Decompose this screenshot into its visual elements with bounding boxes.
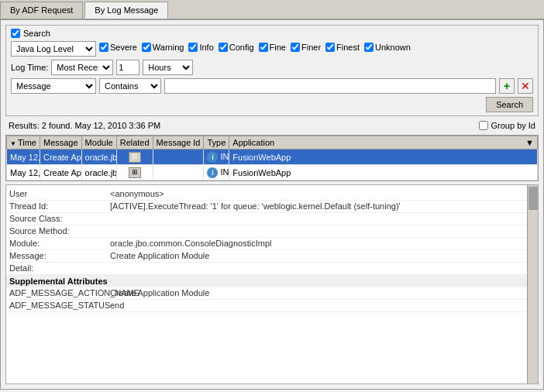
remove-filter-button[interactable]: ✕ (518, 78, 533, 94)
detail-source-method-row: Source Method: (6, 225, 538, 238)
finest-checkbox-label[interactable]: Finest (325, 43, 360, 52)
group-by-row: Group by Id (479, 121, 535, 130)
severe-checkbox[interactable] (99, 43, 108, 52)
col-message[interactable]: Message (40, 136, 81, 150)
info-icon: i (207, 167, 218, 178)
detail-thread-value: [ACTIVE].ExecuteThread: '1' for queue: '… (110, 201, 535, 211)
log-time-label: Log Time: (11, 63, 48, 72)
detail-source-method-value (110, 226, 535, 236)
cell-type: iINFO (204, 150, 229, 165)
config-checkbox-label[interactable]: Config (219, 43, 254, 52)
warning-checkbox[interactable] (142, 43, 151, 52)
finest-checkbox[interactable] (325, 43, 335, 52)
unknown-checkbox-label[interactable]: Unknown (364, 43, 411, 52)
detail-detail-value (110, 263, 535, 273)
log-level-row: Java Log Level Severe Warning Info Confi… (11, 41, 533, 57)
cell-time: May 12, 2010 2:5... (7, 165, 40, 181)
group-by-checkbox[interactable] (479, 121, 488, 130)
detail-source-class-label: Source Class: (9, 214, 110, 224)
fine-checkbox[interactable] (259, 43, 268, 52)
cell-message-id (153, 165, 204, 181)
detail-action-name-row: ADF_MESSAGE_ACTION_NAME Create Applicati… (6, 287, 538, 300)
severe-checkbox-label[interactable]: Severe (99, 43, 137, 52)
detail-user-row: User <anonymous> (6, 188, 538, 201)
log-level-select[interactable]: Java Log Level (11, 41, 96, 57)
info-checkbox-label[interactable]: Info (188, 43, 213, 52)
col-related[interactable]: Related (116, 136, 153, 150)
results-header: Results: 2 found. May 12, 2010 3:36 PM G… (5, 119, 539, 132)
supplemental-header: Supplemental Attributes (6, 275, 538, 287)
detail-action-name-label: ADF_MESSAGE_ACTION_NAME (9, 288, 110, 298)
detail-module-value: oracle.jbo.common.ConsoleDiagnosticImpl (110, 239, 535, 249)
main-panel: Search Java Log Level Severe Warning Inf… (0, 19, 544, 390)
detail-status-row: ADF_MESSAGE_STATUS end (6, 300, 538, 312)
detail-source-method-label: Source Method: (9, 226, 110, 236)
tab-log-message[interactable]: By Log Message (84, 2, 168, 19)
col-module[interactable]: Module (81, 136, 116, 150)
detail-module-label: Module: (9, 239, 110, 249)
unknown-checkbox[interactable] (364, 43, 374, 52)
sort-arrow: ▼ (10, 140, 16, 147)
related-icon: ⊞ (129, 167, 141, 178)
tab-adf-request[interactable]: By ADF Request (0, 2, 83, 19)
detail-message-label: Message: (9, 251, 110, 261)
detail-detail-label: Detail: (9, 263, 110, 273)
log-time-select[interactable]: Most Recent (51, 60, 113, 75)
detail-detail-row: Detail: (6, 263, 538, 275)
detail-message-value: Create Application Module (110, 251, 535, 261)
search-button[interactable]: Search (486, 97, 533, 112)
info-icon: i (207, 152, 218, 163)
filter-row: Message Contains Create Application Modu… (11, 78, 533, 94)
col-message-id[interactable]: Message Id (153, 136, 204, 150)
search-actions: Search (11, 97, 533, 112)
cell-module: oracle.jb... (81, 165, 116, 181)
config-checkbox[interactable] (219, 43, 228, 52)
details-scrollbar[interactable] (527, 185, 538, 383)
search-collapse-checkbox[interactable] (11, 29, 20, 38)
cell-message-id (153, 150, 204, 165)
info-checkbox[interactable] (188, 43, 198, 52)
detail-status-value: end (110, 301, 535, 311)
cell-time: May 12, 2010 2:5... (7, 150, 40, 165)
warning-checkbox-label[interactable]: Warning (142, 43, 184, 52)
cell-message: Create Application Module (40, 165, 81, 181)
details-panel: User <anonymous> Thread Id: [ACTIVE].Exe… (5, 184, 539, 384)
table-row[interactable]: May 12, 2010 2:5... Create Application M… (7, 165, 538, 181)
filter-operator-select[interactable]: Contains (99, 78, 161, 94)
log-time-row: Log Time: Most Recent 1 Hours (11, 60, 533, 75)
group-by-label: Group by Id (491, 121, 535, 130)
detail-thread-row: Thread Id: [ACTIVE].ExecuteThread: '1' f… (6, 201, 538, 213)
filter-field-select[interactable]: Message (11, 78, 96, 94)
detail-module-row: Module: oracle.jbo.common.ConsoleDiagnos… (6, 238, 538, 250)
add-filter-button[interactable]: + (499, 78, 515, 94)
results-table-container: ▼Time Message Module Related Message Id … (5, 135, 539, 181)
fine-checkbox-label[interactable]: Fine (259, 43, 286, 52)
cell-application: FusionWebApp (229, 165, 538, 181)
results-table: ▼Time Message Module Related Message Id … (6, 136, 538, 181)
cell-application: FusionWebApp (229, 150, 538, 165)
finer-checkbox-label[interactable]: Finer (291, 43, 321, 52)
detail-source-class-value (110, 214, 535, 224)
detail-action-name-value: Create Application Module (110, 288, 535, 298)
table-row[interactable]: May 12, 2010 2:5... Create Application M… (7, 150, 538, 165)
search-header: Search (11, 29, 533, 38)
detail-message-row: Message: Create Application Module (6, 250, 538, 263)
search-label: Search (23, 29, 50, 38)
col-time[interactable]: ▼Time (7, 136, 40, 150)
detail-thread-label: Thread Id: (9, 201, 110, 211)
log-time-unit-select[interactable]: Hours (143, 60, 193, 75)
cell-related: ⊞ (116, 150, 153, 165)
col-application[interactable]: Application ▼ (229, 136, 538, 150)
filter-value-input[interactable]: Create Application Module (164, 78, 496, 94)
detail-source-class-row: Source Class: (6, 213, 538, 225)
detail-user-label: User (9, 189, 110, 199)
cell-message: Create Application Module (40, 150, 81, 165)
scrollbar-thumb[interactable] (529, 187, 538, 210)
search-section: Search Java Log Level Severe Warning Inf… (5, 25, 539, 116)
log-time-number[interactable]: 1 (116, 60, 139, 75)
checkbox-row: Severe Warning Info Config Fine Finer Fi… (99, 43, 411, 52)
col-type[interactable]: Type (204, 136, 229, 150)
finer-checkbox[interactable] (291, 43, 300, 52)
results-summary: Results: 2 found. May 12, 2010 3:36 PM (9, 121, 160, 130)
related-icon: ⊞ (129, 152, 141, 163)
